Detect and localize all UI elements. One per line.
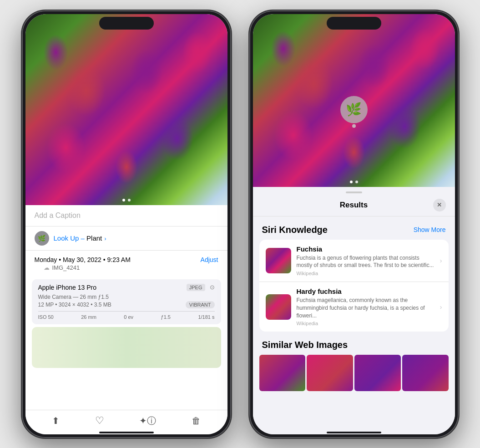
chevron-icon: ›: [103, 236, 106, 242]
share-button[interactable]: ⬆: [52, 415, 60, 426]
mp-text: 12 MP • 3024 × 4032 • 3.5 MB: [38, 302, 111, 308]
flower-overlay-1: [25, 14, 227, 205]
exif-iso: ISO 50: [38, 314, 54, 320]
results-header: Results ✕: [253, 193, 455, 216]
siri-leaf-icon: 🌿: [346, 102, 362, 117]
vibrant-badge: VIBRANT: [186, 301, 215, 308]
exif-aperture: ƒ1.5: [161, 314, 171, 320]
camera-info-card: Apple iPhone 13 Pro JPEG ⊙ Wide Camera —…: [32, 279, 221, 324]
date-line: Monday • May 30, 2022 • 9:23 AM Adjust: [35, 256, 218, 263]
knowledge-card: Fuchsia Fuchsia is a genus of flowering …: [259, 240, 449, 332]
hardy-fuchsia-title: Hardy fuchsia: [297, 287, 435, 295]
phones-container: Add a Caption 🌿 Look Up – Plant › Monday…: [22, 10, 459, 438]
phone-2-screen: 🌿 Results ✕ Siri Knowledge: [253, 14, 455, 434]
camera-model: Apple iPhone 13 Pro: [38, 284, 96, 291]
caption-area[interactable]: Add a Caption: [25, 205, 227, 227]
close-button[interactable]: ✕: [433, 199, 446, 211]
page-dot-2: [128, 199, 131, 201]
mp-row: 12 MP • 3024 × 4032 • 3.5 MB VIBRANT: [38, 301, 215, 308]
home-indicator-1: [99, 432, 154, 433]
fuchsia-text: Fuchsia Fuchsia is a genus of flowering …: [297, 245, 435, 277]
page-dot-2-2: [355, 181, 358, 183]
date-section: Monday • May 30, 2022 • 9:23 AM Adjust ☁…: [25, 251, 227, 277]
results-title: Results: [275, 201, 433, 210]
filename-row: ☁ IMG_4241: [35, 263, 218, 275]
date-text: Monday • May 30, 2022 • 9:23 AM: [35, 256, 131, 263]
hardy-fuchsia-item[interactable]: Hardy fuchsia Fuchsia magellanica, commo…: [259, 282, 449, 332]
similar-image-3[interactable]: [354, 355, 401, 391]
hardy-fuchsia-source: Wikipedia: [297, 321, 435, 326]
hardy-fuchsia-description: Fuchsia magellanica, commonly known as t…: [297, 297, 435, 319]
phone-2: 🌿 Results ✕ Siri Knowledge: [249, 10, 459, 438]
siri-knowledge-title: Siri Knowledge: [262, 225, 328, 235]
fuchsia-thumbnail: [266, 248, 291, 273]
flower-image-1[interactable]: [25, 14, 227, 205]
exif-shutter: 1/181 s: [198, 314, 214, 320]
siri-look-up-circle[interactable]: 🌿: [340, 96, 368, 123]
delete-button[interactable]: 🗑: [192, 416, 201, 426]
similar-images-title: Similar Web Images: [253, 337, 455, 355]
info-button[interactable]: ✦ⓘ: [139, 415, 156, 427]
format-badge: JPEG: [187, 284, 205, 291]
notch-1: [99, 17, 154, 30]
adjust-button[interactable]: Adjust: [201, 256, 218, 263]
photo-toolbar: ⬆ ♡ ✦ⓘ 🗑: [25, 410, 227, 434]
exif-row: ISO 50 26 mm 0 ev ƒ1.5 1/181 s: [38, 311, 215, 320]
flower-image-2: 🌿: [253, 14, 455, 187]
page-dot-active: [122, 199, 125, 201]
exif-focal: 26 mm: [81, 314, 96, 320]
page-dots-1: [122, 199, 131, 201]
phone-1: Add a Caption 🌿 Look Up – Plant › Monday…: [22, 10, 231, 438]
similar-image-2[interactable]: [307, 355, 353, 391]
fuchsia-item[interactable]: Fuchsia Fuchsia is a genus of flowering …: [259, 240, 449, 282]
similar-web-images-section: Similar Web Images: [253, 335, 455, 391]
page-dot-2-active: [350, 181, 353, 183]
hardy-chevron-icon: ›: [440, 303, 442, 311]
show-more-button[interactable]: Show More: [414, 226, 446, 233]
cloud-icon: ☁: [44, 264, 50, 271]
similar-images-grid: [253, 355, 455, 391]
phone-1-screen: Add a Caption 🌿 Look Up – Plant › Monday…: [25, 14, 227, 434]
visual-look-up-icon: 🌿: [35, 231, 49, 246]
similar-image-1[interactable]: [259, 355, 306, 391]
filename: IMG_4241: [52, 264, 80, 271]
hardy-fuchsia-text: Hardy fuchsia Fuchsia magellanica, commo…: [297, 287, 435, 326]
location-icon: ⊙: [210, 284, 215, 291]
map-background: [32, 327, 221, 368]
page-dots-2: [350, 181, 358, 183]
fuchsia-title: Fuchsia: [297, 245, 435, 253]
similar-image-4[interactable]: [402, 355, 449, 391]
results-sheet: Results ✕ Siri Knowledge Show More Fuchs…: [253, 187, 455, 434]
exif-ev: 0 ev: [124, 314, 133, 320]
like-button[interactable]: ♡: [95, 415, 104, 427]
map-thumbnail[interactable]: [32, 327, 221, 368]
fuchsia-description: Fuchsia is a genus of flowering plants t…: [297, 254, 435, 270]
camera-header: Apple iPhone 13 Pro JPEG ⊙: [38, 284, 215, 291]
fuchsia-source: Wikipedia: [297, 271, 435, 276]
look-up-label: Look Up – Plant ›: [54, 234, 106, 242]
caption-placeholder: Add a Caption: [35, 211, 81, 219]
results-content: Siri Knowledge Show More Fuchsia Fuchsia…: [253, 216, 455, 434]
look-up-row[interactable]: 🌿 Look Up – Plant ›: [25, 227, 227, 251]
siri-knowledge-header: Siri Knowledge Show More: [253, 222, 455, 240]
home-indicator-2: [327, 432, 381, 433]
lens-info: Wide Camera — 26 mm ƒ1.5: [38, 294, 215, 300]
photo-info-panel: Add a Caption 🌿 Look Up – Plant › Monday…: [25, 205, 227, 410]
notch-2: [327, 17, 381, 30]
siri-dot: [352, 124, 356, 128]
hardy-fuchsia-thumbnail: [266, 294, 291, 320]
fuchsia-chevron-icon: ›: [440, 257, 442, 264]
